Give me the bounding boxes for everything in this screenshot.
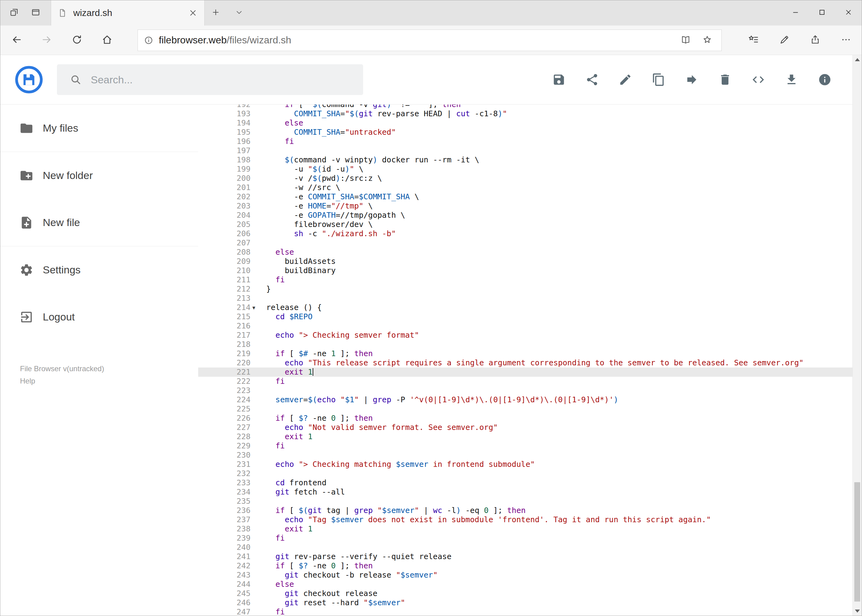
code-line[interactable]: 203 -e HOME="//tmp" \ <box>198 201 853 211</box>
rename-button[interactable] <box>619 73 632 86</box>
code-line[interactable]: 234 git fetch --all <box>198 487 853 497</box>
browser-tab[interactable]: wizard.sh <box>51 0 205 25</box>
code-line[interactable]: 228 exit 1 <box>198 432 853 441</box>
code-line[interactable]: 193 COMMIT_SHA="$(git rev-parse HEAD | c… <box>198 109 853 118</box>
set-tabs-aside-button[interactable] <box>3 0 25 25</box>
download-button[interactable] <box>785 73 798 86</box>
code-line[interactable]: 205 filebrowser/dev \ <box>198 220 853 229</box>
save-button[interactable] <box>552 73 566 86</box>
info-button[interactable] <box>818 73 832 86</box>
code-line[interactable]: 210 buildBinary <box>198 266 853 275</box>
code-line[interactable]: 212} <box>198 284 853 294</box>
code-line[interactable]: 246 git reset --hard "$semver" <box>198 598 853 607</box>
url-text[interactable]: filebrowser.web/files/wizard.sh <box>159 35 672 46</box>
minimize-button[interactable] <box>782 0 809 25</box>
browser-menu-button[interactable] <box>830 25 861 55</box>
address-bar[interactable]: filebrowser.web/files/wizard.sh <box>137 30 722 51</box>
add-favorite-button[interactable] <box>699 35 715 46</box>
code-line[interactable]: 207 <box>198 238 853 248</box>
delete-button[interactable] <box>718 73 732 86</box>
scroll-thumb[interactable] <box>854 482 860 602</box>
code-line[interactable]: 244 else <box>198 580 853 589</box>
code-line[interactable]: 214▾release () { <box>198 303 853 312</box>
code-line[interactable]: 226 if [ $? -ne 0 ]; then <box>198 414 853 423</box>
code-line[interactable]: 227 echo "Not valid semver format. See s… <box>198 423 853 432</box>
code-line[interactable]: 231 echo "> Checking matching $semver in… <box>198 460 853 469</box>
code-line[interactable]: 242 if [ $? -ne 0 ]; then <box>198 561 853 570</box>
code-line[interactable]: 220 echo "This release script requires a… <box>198 358 853 368</box>
code-line[interactable]: 219 if [ $# -ne 1 ]; then <box>198 349 853 358</box>
code-line[interactable]: 216 <box>198 321 853 331</box>
scrollbar[interactable] <box>853 55 862 616</box>
web-note-button[interactable] <box>769 25 800 55</box>
code-line[interactable]: 200 -v /$(pwd):/src:z \ <box>198 174 853 183</box>
home-button[interactable] <box>92 25 122 55</box>
maximize-button[interactable] <box>809 0 835 25</box>
code-line[interactable]: 197 <box>198 146 853 155</box>
source-view-button[interactable] <box>752 73 765 86</box>
code-line[interactable]: 192 if [ "$(command -v git)" != "" ]; th… <box>198 105 853 109</box>
sidebar-item-logout[interactable]: Logout <box>0 293 198 341</box>
tab-preview-toggle-button[interactable] <box>227 0 251 25</box>
hub-favorites-button[interactable] <box>738 25 769 55</box>
code-line[interactable]: 241 git rev-parse --verify --quiet relea… <box>198 552 853 561</box>
code-line[interactable]: 238 exit 1 <box>198 524 853 534</box>
refresh-button[interactable] <box>62 25 92 55</box>
tab-preview-button[interactable] <box>25 0 46 25</box>
code-line[interactable]: 230 <box>198 451 853 460</box>
code-line[interactable]: 215 cd $REPO <box>198 312 853 321</box>
sidebar-item-new-file[interactable]: New file <box>0 199 198 246</box>
code-line[interactable]: 209 buildAssets <box>198 257 853 266</box>
help-link[interactable]: Help <box>20 377 35 385</box>
forward-button[interactable] <box>32 25 62 55</box>
code-line[interactable]: 223 <box>198 386 853 395</box>
scroll-up-button[interactable] <box>853 55 862 64</box>
code-line[interactable]: 222 fi <box>198 377 853 386</box>
code-line[interactable]: 224 semver=$(echo "$1" | grep -P '^v(0|[… <box>198 395 853 404</box>
filebrowser-logo[interactable] <box>14 65 43 94</box>
code-line[interactable]: 221 exit 1 <box>198 368 853 377</box>
code-line[interactable]: 218 <box>198 340 853 349</box>
reading-view-button[interactable] <box>678 35 694 46</box>
share-page-button[interactable] <box>800 25 830 55</box>
code-line[interactable]: 229 fi <box>198 441 853 451</box>
code-line[interactable]: 208 else <box>198 248 853 257</box>
sidebar-item-settings[interactable]: Settings <box>0 246 198 293</box>
new-tab-button[interactable] <box>205 0 227 25</box>
scroll-down-button[interactable] <box>853 607 862 616</box>
share-button[interactable] <box>585 73 599 86</box>
move-button[interactable] <box>685 73 698 86</box>
code-line[interactable]: 237 echo "Tag $semver does not exist in … <box>198 515 853 524</box>
code-line[interactable]: 196 fi <box>198 137 853 146</box>
code-line[interactable]: 233 cd frontend <box>198 478 853 487</box>
code-line[interactable]: 195 COMMIT_SHA="untracked" <box>198 127 853 137</box>
back-button[interactable] <box>2 25 32 55</box>
sidebar-item-new-folder[interactable]: New folder <box>0 152 198 199</box>
code-line[interactable]: 217 echo "> Checking semver format" <box>198 331 853 340</box>
code-line[interactable]: 204 -e GOPATH=//tmp/gopath \ <box>198 211 853 220</box>
search-input[interactable]: Search... <box>57 64 363 95</box>
code-line[interactable]: 198 $(command -v winpty) docker run --rm… <box>198 155 853 165</box>
code-line[interactable]: 243 git checkout -b release "$semver" <box>198 570 853 580</box>
code-line[interactable]: 194 else <box>198 118 853 127</box>
code-line[interactable]: 199 -u "$(id -u)" \ <box>198 165 853 174</box>
site-info-icon[interactable] <box>144 36 153 45</box>
code-line[interactable]: 201 -w //src \ <box>198 183 853 192</box>
code-line[interactable]: 211 fi <box>198 275 853 284</box>
sidebar-item-my-files[interactable]: My files <box>0 105 198 152</box>
code-line[interactable]: 225 <box>198 404 853 414</box>
code-line[interactable]: 206 sh -c "./wizard.sh -b" <box>198 229 853 238</box>
copy-button[interactable] <box>652 73 665 86</box>
code-editor[interactable]: 192 if [ "$(command -v git)" != "" ]; th… <box>198 105 853 616</box>
tab-close-icon[interactable] <box>188 8 198 17</box>
code-line[interactable]: 236 if [ $(git tag | grep "$semver" | wc… <box>198 506 853 515</box>
code-line[interactable]: 239 fi <box>198 534 853 543</box>
code-line[interactable]: 232 <box>198 469 853 478</box>
code-line[interactable]: 202 -e COMMIT_SHA=$COMMIT_SHA \ <box>198 192 853 201</box>
code-line[interactable]: 240 <box>198 543 853 552</box>
code-line[interactable]: 245 git checkout release <box>198 589 853 598</box>
code-line[interactable]: 213 <box>198 294 853 303</box>
close-window-button[interactable] <box>835 0 862 25</box>
code-line[interactable]: 247 fi <box>198 607 853 616</box>
code-line[interactable]: 235 <box>198 497 853 506</box>
